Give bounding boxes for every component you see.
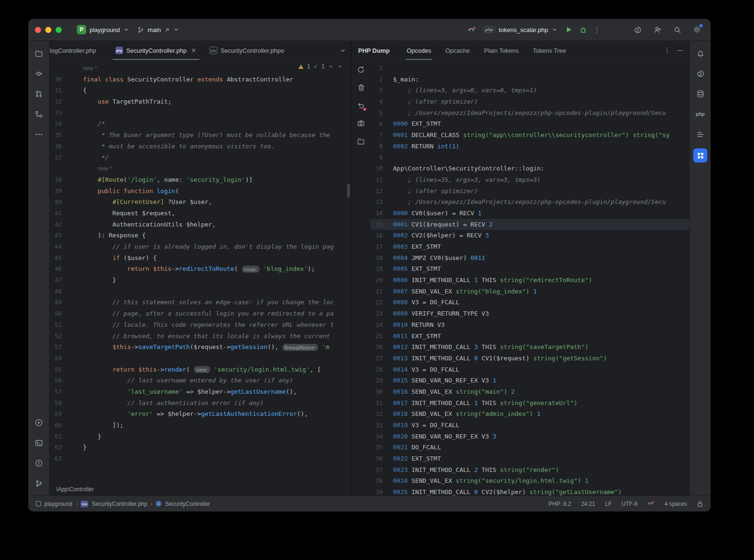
- minimize-window-button[interactable]: [45, 27, 51, 33]
- code-line[interactable]: 380024 SEND_VAL_EX string("security/logi…: [370, 475, 689, 487]
- project-tool-icon[interactable]: [33, 47, 45, 59]
- code-line[interactable]: 35 * The $user argument type (?User) mus…: [49, 130, 351, 141]
- version-control-tool-icon[interactable]: [33, 477, 45, 489]
- snapshot-icon[interactable]: [355, 118, 367, 129]
- structure-tool-icon[interactable]: [33, 108, 45, 120]
- breadcrumb-class[interactable]: SecurityController: [165, 501, 210, 507]
- code-line[interactable]: 70001 DECLARE_CLASS string("app\\control…: [370, 130, 689, 141]
- code-line[interactable]: 9: [370, 152, 689, 163]
- code-line[interactable]: 52 // browsed, to ensure that its locale…: [49, 331, 351, 342]
- settings-icon[interactable]: [690, 23, 704, 37]
- code-line[interactable]: 210007 SEND_VAL_EX string("blog_index") …: [370, 286, 689, 297]
- code-line[interactable]: 30final class SecurityController extends…: [49, 74, 351, 85]
- more-tool-windows-icon[interactable]: [33, 128, 45, 140]
- php-debug-listen-status-icon[interactable]: [647, 500, 655, 507]
- debug-button[interactable]: [576, 23, 590, 37]
- code-line[interactable]: 140000 CV0($user) = RECV 1: [370, 208, 689, 219]
- opcodes-view[interactable]: 12$_main:3 ; (lines=3, args=0, vars=0, t…: [370, 60, 689, 495]
- php-interpreter-widget[interactable]: PHP: 8.2: [549, 501, 571, 507]
- code-line[interactable]: 60 ]);: [49, 420, 351, 431]
- tool-window-title[interactable]: PHP Dump: [358, 47, 390, 54]
- code-line[interactable]: 51 // locale. This code regenerates the …: [49, 319, 351, 331]
- commit-tool-icon[interactable]: [33, 67, 45, 80]
- bookmarks-tool-icon[interactable]: [694, 128, 706, 140]
- line-separator-widget[interactable]: LF: [605, 501, 612, 507]
- code-line[interactable]: 1: [370, 63, 689, 74]
- code-line[interactable]: 290015 SEND_VAR_NO_REF_EX V3 1: [370, 375, 689, 386]
- code-line[interactable]: 230009 VERIFY_RETURN_TYPE V3: [370, 308, 689, 319]
- tab-opcache[interactable]: Opcache: [445, 41, 470, 60]
- code-line[interactable]: 150001 CV1($request) = RECV 2: [370, 219, 689, 230]
- breadcrumb-project[interactable]: playground: [44, 501, 72, 507]
- code-line[interactable]: 11 ; (lines=35, args=3, vars=3, tmps=3): [370, 174, 689, 186]
- php-console-tool-icon[interactable]: php: [694, 108, 706, 120]
- code-line[interactable]: 260012 INIT_METHOD_CALL 3 THIS string("s…: [370, 341, 689, 353]
- code-line[interactable]: 38 #[Route('/login', name: 'security_log…: [49, 174, 351, 186]
- code-line[interactable]: 63: [49, 453, 351, 464]
- code-line[interactable]: 370023 INIT_METHOD_CALL 2 THIS string("r…: [370, 464, 689, 476]
- editor-tab-securitycontroller-phpo[interactable]: php SecurityController.phpo: [203, 41, 291, 60]
- code-line[interactable]: 220008 V3 = DO_FCALL: [370, 297, 689, 308]
- run-button[interactable]: [562, 23, 576, 37]
- more-run-actions-button[interactable]: ⋮: [590, 23, 604, 37]
- run-config-selector[interactable]: php tokens_scalar.php: [479, 24, 562, 36]
- code-line[interactable]: 4 ; (after optimizer): [370, 96, 689, 107]
- refresh-icon[interactable]: [355, 64, 367, 75]
- code-line[interactable]: 33: [49, 107, 351, 119]
- notifications-icon[interactable]: [694, 47, 706, 59]
- code-line[interactable]: 56 // last username entered by the user …: [49, 375, 351, 386]
- code-line[interactable]: 60000 EXT_STMT: [370, 118, 689, 130]
- code-line[interactable]: 180004 JMPZ CV0($user) 0011: [370, 252, 689, 264]
- code-line[interactable]: 40 #[CurrentUser] ?User $user,: [49, 196, 351, 208]
- opcodes-tool-icon[interactable]: [693, 148, 707, 162]
- open-folder-icon[interactable]: [355, 136, 367, 147]
- code-line[interactable]: 34 /*: [49, 118, 351, 130]
- readonly-lock-icon[interactable]: [697, 501, 703, 507]
- code-line[interactable]: new *: [49, 163, 351, 174]
- next-problem-icon[interactable]: [337, 64, 343, 69]
- code-line[interactable]: 160002 CV2($helper) = RECV 3: [370, 230, 689, 241]
- code-line[interactable]: 32 use TargetPathTrait;: [49, 96, 351, 107]
- code-line[interactable]: 41 Request $request,: [49, 208, 351, 219]
- code-line[interactable]: 5 ; /Users/xepozz/IdeaProjects/xepozz/ph…: [370, 107, 689, 119]
- terminal-tool-icon[interactable]: [33, 437, 45, 449]
- code-line[interactable]: 330019 V3 = DO_FCALL: [370, 420, 689, 431]
- ai-assistant-tool-icon[interactable]: [694, 67, 706, 80]
- code-line[interactable]: 240010 RETURN V3: [370, 319, 689, 331]
- branch-widget[interactable]: main: [133, 24, 183, 36]
- code-line[interactable]: 360022 EXT_STMT: [370, 453, 689, 464]
- code-line[interactable]: 190005 EXT_STMT: [370, 263, 689, 275]
- code-line[interactable]: 48: [49, 286, 351, 297]
- code-line[interactable]: 62}: [49, 442, 351, 453]
- code-line[interactable]: 12 ; (after optimizer): [370, 186, 689, 197]
- editor-scrollbar[interactable]: [347, 184, 350, 198]
- code-line[interactable]: 270013 INIT_METHOD_CALL 0 CV1($request) …: [370, 353, 689, 364]
- code-line[interactable]: 55 return $this->render( view: 'security…: [49, 364, 351, 375]
- pull-requests-tool-icon[interactable]: [33, 88, 45, 100]
- project-widget[interactable]: P playground: [73, 23, 133, 37]
- tab-opcodes[interactable]: Opcodes: [407, 41, 431, 60]
- code-line[interactable]: 45 if ($user) {: [49, 252, 351, 264]
- code-line[interactable]: 42 AuthenticationUtils $helper,: [49, 219, 351, 230]
- prev-problem-icon[interactable]: [328, 64, 334, 69]
- problems-tool-icon[interactable]: [33, 457, 45, 469]
- ai-assistant-icon[interactable]: [631, 23, 645, 37]
- code-editor[interactable]: 1 ✓ 1 new *30final class SecurityControl…: [49, 60, 351, 483]
- hidden-tabs-icon[interactable]: [339, 47, 346, 54]
- code-line[interactable]: 58 // last authentication error (if any): [49, 398, 351, 409]
- code-line[interactable]: 39 public function login(: [49, 186, 351, 197]
- code-line[interactable]: 170003 EXT_STMT: [370, 241, 689, 252]
- code-line[interactable]: 53 $this->saveTargetPath($request->getSe…: [49, 341, 351, 353]
- code-line[interactable]: 350021 DO_FCALL: [370, 442, 689, 453]
- code-line[interactable]: 31{: [49, 85, 351, 96]
- indent-widget[interactable]: 4 spaces: [664, 501, 687, 507]
- editor-tab-blogcontroller[interactable]: php BlogController.php: [49, 41, 109, 60]
- code-line[interactable]: 2$_main:: [370, 74, 689, 85]
- code-line[interactable]: 250011 EXT_STMT: [370, 331, 689, 342]
- code-line[interactable]: 300016 SEND_VAL_EX string("main") 2: [370, 386, 689, 398]
- code-line[interactable]: 37 */: [49, 152, 351, 163]
- code-line[interactable]: 54: [49, 353, 351, 364]
- code-line[interactable]: 47 }: [49, 275, 351, 286]
- code-line[interactable]: 59 'error' => $helper->getLastAuthentica…: [49, 408, 351, 420]
- code-line[interactable]: 80002 RETURN int(1): [370, 141, 689, 152]
